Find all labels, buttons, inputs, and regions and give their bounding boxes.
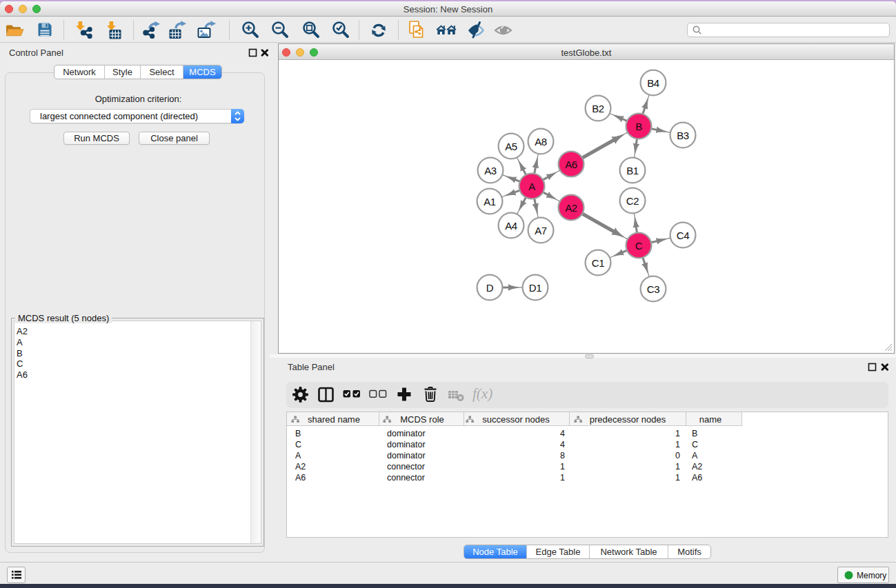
- svg-text:A: A: [528, 181, 535, 192]
- svg-text:A3: A3: [484, 165, 497, 176]
- svg-text:C4: C4: [677, 230, 690, 241]
- svg-text:B4: B4: [647, 77, 659, 89]
- svg-text:C1: C1: [592, 257, 605, 269]
- svg-text:A4: A4: [505, 220, 517, 232]
- svg-text:A8: A8: [535, 136, 547, 148]
- svg-text:A2: A2: [565, 202, 577, 214]
- svg-text:D1: D1: [529, 282, 542, 294]
- svg-text:A7: A7: [535, 225, 547, 236]
- svg-text:A6: A6: [565, 159, 577, 170]
- svg-text:B2: B2: [592, 103, 604, 114]
- svg-text:B: B: [635, 121, 642, 132]
- svg-text:C3: C3: [647, 283, 660, 295]
- svg-text:B3: B3: [677, 130, 689, 141]
- svg-text:C: C: [635, 240, 643, 252]
- svg-text:A5: A5: [505, 141, 517, 152]
- svg-text:D: D: [486, 282, 494, 294]
- svg-text:A1: A1: [484, 196, 496, 207]
- svg-text:C2: C2: [626, 195, 639, 207]
- svg-text:B1: B1: [626, 165, 639, 176]
